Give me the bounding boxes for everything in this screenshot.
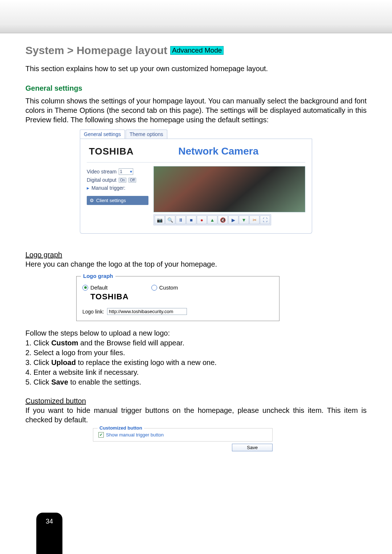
logo-graph-intro: Here you can change the logo at the top …: [25, 260, 217, 268]
preview-sidebar: Video stream 1 ▾ Digital output On Off: [87, 166, 148, 225]
radio-default-dot: [82, 285, 88, 291]
check-icon: ✔: [99, 433, 103, 437]
gear-icon: ⚙: [90, 198, 94, 203]
play-icon[interactable]: ▶: [228, 216, 238, 224]
preview-brand-logo: TOSHIBA: [89, 146, 134, 157]
logo-graph-legend: Logo graph: [81, 273, 115, 279]
intro-paragraph: This section explains how to set up your…: [25, 64, 367, 73]
digital-output-off-button[interactable]: Off: [128, 178, 136, 182]
pause-icon[interactable]: II: [176, 216, 186, 224]
volume-down-icon[interactable]: ▼: [239, 216, 249, 224]
show-manual-trigger-label: Show manual trigger button: [106, 432, 164, 438]
page-number: 34: [46, 518, 53, 525]
manual-trigger-label: Manual trigger:: [91, 185, 125, 191]
digital-output-on-button[interactable]: On: [119, 178, 126, 182]
preview-body: TOSHIBA Network Camera Video stream 1 ▾: [80, 139, 312, 234]
step-1: 1. Click Custom and the Browse field wil…: [25, 338, 367, 348]
logo-graph-fieldset: Logo graph Default Custom TOSHIBA Logo l…: [76, 276, 279, 321]
page-content: System > Homepage layout Advanced Mode T…: [0, 33, 392, 531]
fullscreen-icon[interactable]: ⛶: [260, 216, 270, 224]
customized-button-block: Customized button If you want to hide ma…: [25, 396, 367, 424]
radio-custom-dot: [151, 285, 157, 291]
preview-video-frame: [154, 166, 305, 212]
logo-graph-heading: Logo graph: [25, 251, 62, 259]
cut-icon[interactable]: ✂: [249, 216, 260, 224]
customized-button-paragraph: If you want to hide manual trigger butto…: [25, 406, 367, 424]
page-number-tab: 34: [36, 513, 62, 554]
manual-page: System > Homepage layout Advanced Mode T…: [0, 0, 392, 554]
digital-output-label: Digital output: [87, 177, 117, 183]
step-2: 2. Select a logo from your files.: [25, 348, 367, 358]
step-4: 4. Enter a website link if necessary.: [25, 368, 367, 377]
video-stream-value: 1: [120, 169, 122, 174]
client-settings-label: Client settings: [96, 198, 126, 203]
save-button[interactable]: Save: [232, 444, 273, 451]
tab-general-settings[interactable]: General settings: [80, 130, 125, 139]
radio-default[interactable]: Default: [82, 284, 108, 291]
radio-custom[interactable]: Custom: [151, 284, 178, 291]
upload-steps: Follow the steps below to upload a new l…: [25, 328, 367, 387]
show-manual-trigger-checkbox[interactable]: ✔: [98, 432, 104, 438]
preview-header-row: TOSHIBA Network Camera: [87, 145, 305, 162]
step-3: 3. Click Upload to replace the existing …: [25, 358, 367, 368]
tab-theme-options[interactable]: Theme options: [126, 130, 167, 139]
general-settings-paragraph: This column shows the settings of your h…: [25, 96, 367, 124]
advanced-mode-badge: Advanced Mode: [170, 46, 224, 55]
page-header-band: [0, 0, 392, 33]
mute-icon[interactable]: 🔇: [218, 216, 228, 224]
record-icon[interactable]: ●: [197, 216, 207, 224]
page-title-text: System > Homepage layout: [25, 44, 167, 57]
video-stream-label: Video stream: [87, 169, 117, 175]
client-settings-bar[interactable]: ⚙ Client settings: [87, 196, 148, 205]
homepage-preview: General settings Theme options TOSHIBA N…: [80, 130, 312, 234]
step-5: 5. Click Save to enable the settings.: [25, 377, 367, 387]
customized-button-fieldset: Customized button ✔ Show manual trigger …: [93, 428, 273, 442]
video-stream-select[interactable]: 1 ▾: [119, 168, 133, 175]
logo-link-label: Logo link:: [82, 309, 104, 315]
preview-tabstrip: General settings Theme options: [80, 130, 312, 139]
logo-preview-text: TOSHIBA: [90, 292, 273, 301]
radio-default-label: Default: [90, 284, 108, 291]
customized-button-heading: Customized button: [25, 397, 86, 405]
preview-toolbar: 📷 🔍 II ■ ● ▲ 🔇 ▶ ▼ ✂ ⛶: [154, 214, 271, 225]
page-title: System > Homepage layout Advanced Mode: [25, 44, 367, 57]
camera-icon[interactable]: 📷: [155, 216, 165, 224]
customized-button-legend: Customized button: [98, 425, 144, 431]
logo-link-input[interactable]: [107, 308, 187, 315]
steps-intro: Follow the steps below to upload a new l…: [25, 328, 367, 338]
stop-icon[interactable]: ■: [186, 216, 196, 224]
zoom-icon[interactable]: 🔍: [165, 216, 175, 224]
preview-product-title: Network Camera: [134, 145, 303, 157]
preview-video-column: 📷 🔍 II ■ ● ▲ 🔇 ▶ ▼ ✂ ⛶: [154, 166, 305, 225]
volume-up-icon[interactable]: ▲: [207, 216, 217, 224]
chevron-down-icon: ▾: [130, 169, 132, 174]
logo-graph-block: Logo graph Here you can change the logo …: [25, 250, 367, 269]
expand-icon: ▸: [87, 185, 89, 191]
general-settings-heading: General settings: [25, 84, 367, 93]
radio-custom-label: Custom: [159, 284, 178, 291]
